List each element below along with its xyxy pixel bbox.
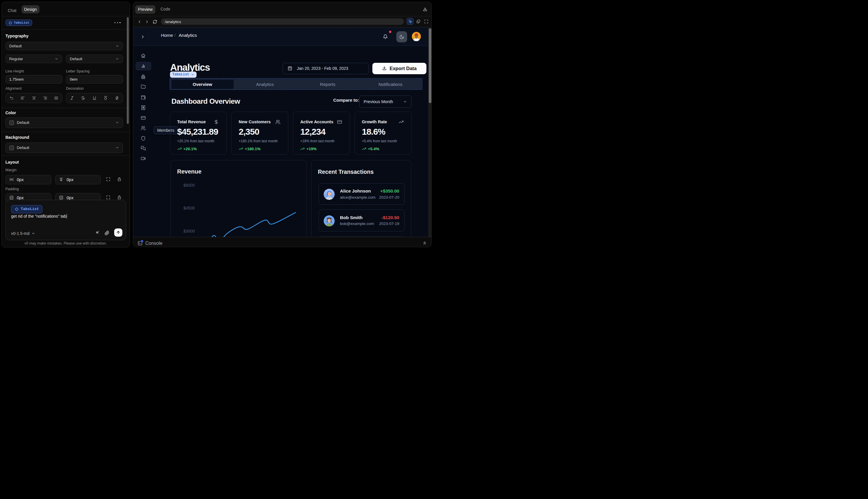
layout-section-label: Layout <box>5 160 19 165</box>
copy-icon[interactable] <box>416 19 421 24</box>
margin-label: Margin <box>5 168 17 172</box>
tab-preview[interactable]: Preview <box>135 5 156 14</box>
sidebar-item-messages[interactable] <box>136 144 151 153</box>
text-caret <box>66 214 67 219</box>
selected-component-chip[interactable]: TabsList <box>5 20 33 26</box>
chevrons-up-icon[interactable] <box>422 241 427 245</box>
dollar-icon <box>214 120 219 124</box>
align-center-icon[interactable] <box>28 96 39 100</box>
breadcrumb-current[interactable]: Analytics <box>179 33 197 38</box>
letter-spacing-input[interactable]: 0em <box>66 75 123 84</box>
stat-card-new-customers: New Customers 2,350 +180.1% from last mo… <box>231 112 288 155</box>
overline-icon[interactable] <box>100 96 112 100</box>
padding-label: Padding <box>5 187 19 191</box>
line-height-input[interactable]: 1.75rem <box>5 75 62 84</box>
font-weight-select[interactable]: Regular <box>5 54 62 63</box>
font-select[interactable]: Default <box>5 42 123 50</box>
inspect-toggle[interactable] <box>407 18 413 25</box>
sidebar-item-home[interactable] <box>136 51 151 60</box>
chevron-down-icon <box>191 73 194 76</box>
model-select[interactable]: v0-1.5-md <box>11 231 35 236</box>
trending-up-icon <box>239 147 243 151</box>
date-range-picker[interactable]: Jan 20, 2023 - Feb 09, 2023 <box>283 63 369 74</box>
paperclip-icon[interactable] <box>104 231 110 235</box>
component-badge[interactable]: TabsList <box>170 72 197 78</box>
chat-composer[interactable]: TabsList get rid of the "notifications" … <box>5 200 126 241</box>
undo-icon[interactable] <box>6 96 17 100</box>
tab-design[interactable]: Design <box>22 5 40 13</box>
align-justify-icon[interactable] <box>51 96 62 100</box>
url-input[interactable]: /analytics <box>161 19 404 25</box>
bell-icon[interactable] <box>383 34 388 39</box>
more-options-icon[interactable] <box>114 22 121 23</box>
download-icon[interactable] <box>423 7 427 11</box>
sidebar-item-wallet[interactable] <box>136 93 151 102</box>
users-icon <box>141 126 146 131</box>
composer-component-chip[interactable]: TabsList <box>11 205 42 213</box>
align-left-icon[interactable] <box>17 96 28 100</box>
tabslist-selection: Overview Analytics Reports Notifications <box>170 78 422 90</box>
section-title: Dashboard Overview <box>171 97 240 106</box>
sidebar-item-cards[interactable] <box>136 114 151 122</box>
sidebar-item-files[interactable] <box>136 82 151 91</box>
prompt-input[interactable]: get rid of the "notifications" tab <box>11 214 67 219</box>
sidebar-item-invoices[interactable] <box>136 104 151 112</box>
panel-scrollbar[interactable] <box>127 17 129 124</box>
no-decoration-icon[interactable] <box>111 96 123 100</box>
tab-code[interactable]: Code <box>161 2 170 16</box>
breadcrumb-home[interactable]: Home <box>161 33 173 38</box>
sidebar-item-analytics[interactable] <box>136 62 151 70</box>
refresh-icon[interactable] <box>153 20 157 24</box>
margin-lock-icon[interactable] <box>117 177 122 181</box>
tab-overview[interactable]: Overview <box>171 80 234 89</box>
alignment-group <box>5 93 62 103</box>
sidebar-item-members[interactable] <box>136 124 151 133</box>
sidebar-item-organization[interactable] <box>136 72 151 81</box>
tab-notifications[interactable]: Notifications <box>359 80 422 89</box>
strikethrough-icon[interactable] <box>78 96 89 100</box>
margin-x-icon <box>9 177 14 182</box>
user-avatar[interactable] <box>412 32 421 41</box>
font-size-select[interactable]: Default <box>66 54 123 63</box>
arrow-up-icon <box>116 230 121 235</box>
padding-x-icon <box>9 195 14 200</box>
align-right-icon[interactable] <box>39 96 51 100</box>
background-section-label: Background <box>5 135 29 139</box>
breadcrumb-separator: / <box>174 33 175 38</box>
console-activity-dot <box>141 240 143 242</box>
margin-expand-icon[interactable] <box>106 177 110 181</box>
underline-icon[interactable] <box>89 96 100 100</box>
transaction-row[interactable]: Bob Smith bob@example.com -$120.50 2023-… <box>319 209 405 231</box>
tab-reports[interactable]: Reports <box>296 80 359 89</box>
transaction-row[interactable]: Alice Johnson alice@example.com +$350.00… <box>319 183 405 205</box>
line-height-label: Line Height <box>5 69 24 73</box>
export-data-button[interactable]: Export Data <box>372 63 426 74</box>
margin-y-input[interactable]: 0px <box>55 175 101 184</box>
background-select[interactable]: Default <box>5 143 123 153</box>
compare-label: Compare to: <box>333 98 359 102</box>
send-button[interactable] <box>114 229 123 237</box>
back-icon[interactable] <box>137 20 142 24</box>
forward-icon[interactable] <box>145 20 149 24</box>
bar-chart-icon <box>141 63 146 68</box>
tab-chat[interactable]: Chat <box>8 7 17 15</box>
theme-toggle[interactable] <box>396 31 407 42</box>
console-bar[interactable]: Console <box>133 237 432 247</box>
color-select[interactable]: Default <box>5 118 123 128</box>
sidebar-item-security[interactable] <box>136 134 151 143</box>
padding-expand-icon[interactable] <box>106 195 110 199</box>
calendar-icon <box>288 66 292 71</box>
decoration-group <box>66 93 123 103</box>
compare-select[interactable]: Previous Month <box>359 96 411 108</box>
italic-icon[interactable] <box>66 96 78 100</box>
tab-analytics[interactable]: Analytics <box>234 80 296 89</box>
diamond-icon <box>15 207 19 211</box>
sparkles-icon[interactable] <box>95 230 100 235</box>
padding-lock-icon[interactable] <box>117 195 122 199</box>
sidebar-toggle-icon[interactable] <box>140 35 145 39</box>
stats-grid: Total Revenue $45,231.89 +20.1% from las… <box>170 112 411 155</box>
margin-x-input[interactable]: 0px <box>5 175 52 184</box>
preview-scrollbar[interactable] <box>429 28 431 103</box>
fullscreen-icon[interactable] <box>424 19 429 24</box>
sidebar-item-video[interactable] <box>136 154 151 163</box>
